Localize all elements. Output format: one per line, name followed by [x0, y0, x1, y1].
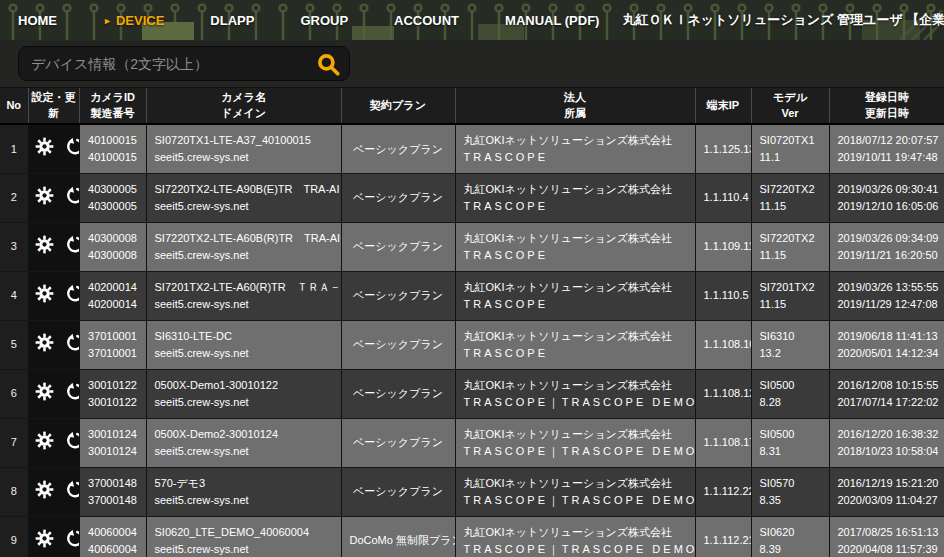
- row-number: 6: [0, 369, 28, 418]
- settings-button[interactable]: [35, 137, 54, 161]
- table-row: 1: [0, 124, 944, 173]
- logged-in-user-label: 丸紅ＯＫＩネットソリューションズ 管理ユーザ 【企業管理者】: [622, 11, 944, 29]
- col-header-no: No: [0, 88, 28, 124]
- plan-cell: DoCoMo 無制限プラン: [341, 516, 455, 557]
- refresh-button[interactable]: [65, 529, 79, 553]
- active-arrow-icon: ►: [103, 16, 112, 26]
- nav-item-account[interactable]: ACCOUNT: [371, 13, 482, 28]
- refresh-button[interactable]: [65, 137, 79, 161]
- refresh-button[interactable]: [65, 186, 79, 210]
- model-cell: SI631013.2: [751, 320, 829, 369]
- camera-id-cell: 3700014837000148: [79, 467, 146, 516]
- dates-cell: 2019/03/26 09:34:092019/11/21 16:20:50: [829, 222, 944, 271]
- row-number: 2: [0, 173, 28, 222]
- nav-item-home[interactable]: HOME: [0, 13, 80, 28]
- col-header-dates: 登録日時更新日時: [829, 88, 944, 124]
- dates-cell: 2019/03/26 09:30:412019/12/10 16:05:06: [829, 173, 944, 222]
- terminal-ip-cell: 1.1.112.21: [695, 516, 751, 557]
- camera-id-cell: 4010001540100015: [79, 124, 146, 173]
- settings-button[interactable]: [35, 431, 54, 455]
- row-actions: [28, 369, 79, 418]
- model-cell: SI06208.39: [751, 516, 829, 557]
- corp-cell: 丸紅OKIネットソリューションズ株式会社TRASCOPE: [455, 173, 695, 222]
- dates-cell: 2019/03/26 13:55:552019/11/29 12:47:08: [829, 271, 944, 320]
- camera-name-cell: SI7220TX2-LTE-A90B(E)TR TRA-AIseeit5.cre…: [146, 173, 341, 222]
- row-actions: [28, 124, 79, 173]
- corp-cell: 丸紅OKIネットソリューションズ株式会社TRASCOPE: [455, 320, 695, 369]
- row-number: 8: [0, 467, 28, 516]
- corp-cell: 丸紅OKIネットソリューションズ株式会社TRASCOPE｜TRASCOPE DE…: [455, 467, 695, 516]
- refresh-button[interactable]: [65, 480, 79, 504]
- dates-cell: 2016/12/20 16:38:322018/10/23 10:58:04: [829, 418, 944, 467]
- camera-id-cell: 4030000840300008: [79, 222, 146, 271]
- device-search-input[interactable]: [31, 56, 315, 72]
- settings-button[interactable]: [35, 235, 54, 259]
- settings-button[interactable]: [35, 480, 54, 504]
- row-number: 5: [0, 320, 28, 369]
- terminal-ip-cell: 1.1.108.109: [695, 320, 751, 369]
- plan-cell: ベーシックプラン: [341, 320, 455, 369]
- col-header-plan: 契約プラン: [341, 88, 455, 124]
- refresh-icon: [65, 382, 79, 401]
- camera-id-cell: 3001012430010124: [79, 418, 146, 467]
- refresh-icon: [65, 284, 79, 303]
- refresh-button[interactable]: [65, 431, 79, 455]
- settings-button[interactable]: [35, 284, 54, 308]
- gear-icon: [35, 284, 54, 303]
- row-number: 1: [0, 124, 28, 173]
- model-cell: SI7201TX211.15: [751, 271, 829, 320]
- refresh-icon: [65, 480, 79, 499]
- camera-id-cell: 4006000440060004: [79, 516, 146, 557]
- corp-cell: 丸紅OKIネットソリューションズ株式会社TRASCOPE: [455, 271, 695, 320]
- row-number: 4: [0, 271, 28, 320]
- col-header-camera-id: カメラID製造番号: [79, 88, 146, 124]
- top-navbar: HOME ►DEVICE DLAPP GROUP ACCOUNT MANUAL …: [0, 0, 944, 40]
- table-row: 4: [0, 271, 944, 320]
- nav-item-manual[interactable]: MANUAL (PDF): [482, 13, 622, 28]
- model-cell: SI05008.28: [751, 369, 829, 418]
- nav-item-device[interactable]: ►DEVICE: [80, 13, 187, 28]
- settings-button[interactable]: [35, 382, 54, 406]
- dates-cell: 2016/12/08 10:15:552017/07/14 17:22:02: [829, 369, 944, 418]
- nav-item-group[interactable]: GROUP: [277, 13, 371, 28]
- device-search-box: [18, 46, 350, 81]
- settings-button[interactable]: [35, 333, 54, 357]
- refresh-button[interactable]: [65, 284, 79, 308]
- gear-icon: [35, 382, 54, 401]
- search-button[interactable]: [315, 51, 341, 77]
- camera-id-cell: 3001012230010122: [79, 369, 146, 418]
- refresh-icon: [65, 431, 79, 450]
- camera-name-cell: SI7201TX2-LTE-A60(R)TR ＴＲＡ－ＡＩseeit5.crew…: [146, 271, 341, 320]
- table-row: 8: [0, 467, 944, 516]
- refresh-button[interactable]: [65, 235, 79, 259]
- row-actions: [28, 516, 79, 557]
- gear-icon: [35, 480, 54, 499]
- refresh-button[interactable]: [65, 382, 79, 406]
- col-header-actions: 設定・更新: [28, 88, 79, 124]
- camera-id-cell: 3701000137010001: [79, 320, 146, 369]
- settings-button[interactable]: [35, 186, 54, 210]
- col-header-corp: 法人所属: [455, 88, 695, 124]
- table-row: 3: [0, 222, 944, 271]
- camera-id-cell: 4020001440200014: [79, 271, 146, 320]
- nav-item-dlapp[interactable]: DLAPP: [187, 13, 277, 28]
- col-header-terminal-ip: 端末IP: [695, 88, 751, 124]
- plan-cell: ベーシックプラン: [341, 271, 455, 320]
- col-header-model: モデルVer: [751, 88, 829, 124]
- terminal-ip-cell: 1.1.112.224: [695, 467, 751, 516]
- camera-name-cell: SI0620_LTE_DEMO_40060004seeit5.crew-sys.…: [146, 516, 341, 557]
- camera-name-cell: 0500X-Demo2-30010124seeit5.crew-sys.net: [146, 418, 341, 467]
- gear-icon: [35, 235, 54, 254]
- plan-cell: ベーシックプラン: [341, 418, 455, 467]
- dates-cell: 2018/07/12 20:07:572019/10/11 19:47:48: [829, 124, 944, 173]
- nav-menu: HOME ►DEVICE DLAPP GROUP ACCOUNT MANUAL …: [0, 13, 622, 28]
- refresh-button[interactable]: [65, 333, 79, 357]
- settings-button[interactable]: [35, 529, 54, 553]
- gear-icon: [35, 137, 54, 156]
- table-row: 7: [0, 418, 944, 467]
- device-table-header: No 設定・更新 カメラID製造番号 カメラ名ドメイン 契約プラン 法人所属 端…: [0, 88, 944, 124]
- row-actions: [28, 271, 79, 320]
- refresh-icon: [65, 529, 79, 548]
- terminal-ip-cell: 1.1.125.138: [695, 124, 751, 173]
- corp-cell: 丸紅OKIネットソリューションズ株式会社TRASCOPE｜TRASCOPE DE…: [455, 418, 695, 467]
